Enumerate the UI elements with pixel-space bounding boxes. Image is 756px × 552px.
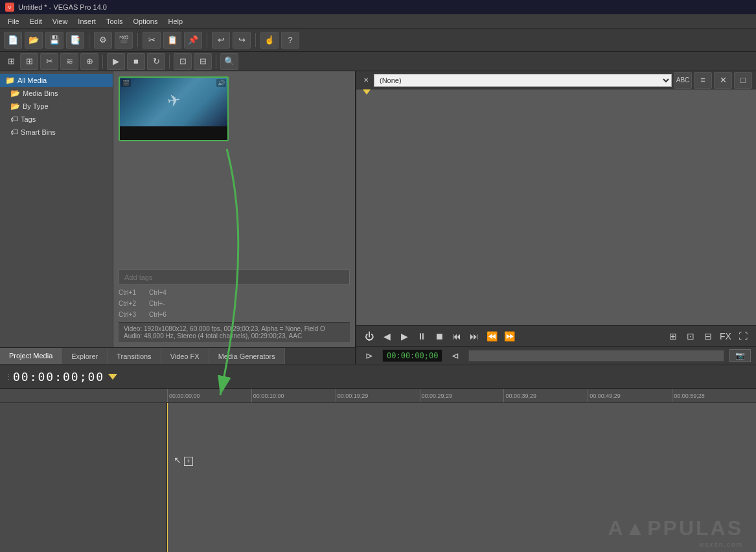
media-thumbnail[interactable]: 🎬 🔊 (119, 76, 229, 141)
region-button[interactable]: ⊟ (194, 53, 212, 70)
tab-media-generators[interactable]: Media Generators (209, 348, 285, 364)
render-button[interactable]: 🎬 (115, 32, 133, 49)
next-mark-button[interactable]: ⏭ (466, 329, 482, 343)
mark-in-button[interactable]: ⊳ (361, 349, 377, 363)
folder-icon-type: 📂 (10, 102, 20, 111)
tags-input[interactable] (119, 270, 350, 285)
loop-button[interactable]: ↻ (147, 53, 165, 70)
video-scope-button[interactable]: ⊞ (665, 329, 681, 343)
timeline-header: ⋮ 00:00:00;00 (0, 365, 756, 389)
timeline-tracks[interactable]: ↖ + A▲PPULAS wsxdn.com (167, 403, 756, 552)
fast-forward-button[interactable]: ⏩ (501, 329, 517, 343)
tree-item-all-media[interactable]: 📁 All Media (0, 74, 113, 87)
snap-button[interactable]: ⊞ (20, 53, 38, 70)
tag-icon: 🏷 (10, 115, 18, 124)
timecode-display: 00:00:00;00 (382, 349, 442, 362)
preview-abc-button[interactable]: ABC (674, 72, 692, 89)
prev-frame-button[interactable]: ◀ (379, 329, 395, 343)
preview-icon3[interactable]: □ (734, 72, 752, 89)
ripple-button[interactable]: ≋ (60, 53, 78, 70)
sec-sep-3 (216, 54, 216, 69)
tree-label-by-type: By Type (23, 102, 49, 110)
main-layout: 📁 All Media 📂 Media Bins 📂 By Type 🏷 Tag… (0, 71, 756, 364)
tab-project-media[interactable]: Project Media (0, 348, 62, 364)
properties-button[interactable]: ⚙ (94, 32, 112, 49)
window-title: Untitled * - VEGAS Pro 14.0 (18, 3, 107, 11)
fullscreen-button[interactable]: ⛶ (735, 329, 751, 343)
snapshot-button[interactable]: 📷 (729, 349, 751, 362)
time-counter: 00:00:00;00 (13, 370, 104, 384)
menu-insert[interactable]: Insert (73, 16, 101, 27)
menu-options[interactable]: Options (128, 16, 163, 27)
right-panel: ✕ (None) ABC ≡ ✕ □ ⏻ ◀ ▶ ⏸ ⏹ ⏮ ⏭ ⏪ ⏩ ⊞ ⊡ (356, 71, 756, 364)
new-button[interactable]: 📄 (4, 32, 22, 49)
menu-tools[interactable]: Tools (101, 16, 128, 27)
tab-bar: Project Media Explorer Transitions Video… (0, 347, 355, 364)
split-button[interactable]: ⊟ (700, 329, 716, 343)
paste-button[interactable]: 📌 (184, 32, 202, 49)
tab-transitions[interactable]: Transitions (108, 348, 161, 364)
open-button[interactable]: 📂 (25, 32, 43, 49)
folder-icon: 📁 (5, 76, 15, 85)
tree-label-all-media: All Media (17, 76, 47, 84)
help-button[interactable]: ? (281, 32, 299, 49)
shortcuts-row-2: Ctrl+2 Ctrl+- (119, 300, 350, 307)
tree-item-by-type[interactable]: 📂 By Type (0, 100, 113, 113)
timeline-marker (108, 374, 117, 380)
preview-icon1[interactable]: ≡ (694, 72, 712, 89)
media-content: 🎬 🔊 Ctrl+1 Ctrl+4 Ctrl+2 (113, 71, 355, 347)
shortcut-ctrl6: Ctrl+6 (149, 311, 166, 318)
ruler-marks: 00:00:00;00 00:00:10;00 00:00:19;29 00:0… (0, 389, 756, 403)
stop-ctrl-button[interactable]: ⏹ (431, 329, 447, 343)
panel-close-icon[interactable]: ✕ (360, 75, 372, 86)
cursor-arrow-icon: ↖ (174, 455, 181, 465)
save-as-button[interactable]: 📑 (66, 32, 84, 49)
save-button[interactable]: 💾 (45, 32, 63, 49)
stop-button[interactable]: ■ (127, 53, 145, 70)
play-ctrl-button[interactable]: ▶ (396, 329, 412, 343)
menu-edit[interactable]: Edit (25, 16, 47, 27)
cut-button[interactable]: ✂ (143, 32, 161, 49)
mini-timeline[interactable] (468, 350, 724, 362)
menu-file[interactable]: File (3, 16, 25, 27)
audio-scope-button[interactable]: ⊡ (683, 329, 698, 343)
main-toolbar: 📄 📂 💾 📑 ⚙ 🎬 ✂ 📋 📌 ↩ ↪ ☝ ? (0, 29, 756, 52)
touch-button[interactable]: ☝ (260, 32, 279, 49)
redo-button[interactable]: ↪ (233, 32, 251, 49)
search-button[interactable]: 🔍 (220, 53, 238, 70)
undo-button[interactable]: ↩ (212, 32, 230, 49)
fx-button[interactable]: FX (718, 329, 733, 343)
ruler-mark-3: 00:00:29;29 (420, 389, 504, 403)
toolbar-sep-1 (89, 33, 89, 47)
sync-cursor-button[interactable]: ⊕ (80, 53, 98, 70)
timeline-ruler[interactable]: 00:00:00;00 00:00:10;00 00:00:19;29 00:0… (0, 389, 756, 403)
media-area: 📁 All Media 📂 Media Bins 📂 By Type 🏷 Tag… (0, 71, 355, 347)
preview-icon2[interactable]: ✕ (714, 72, 732, 89)
prev-mark-button[interactable]: ⏮ (449, 329, 464, 343)
tree-item-smart-bins[interactable]: 🏷 Smart Bins (0, 126, 113, 139)
rewind-button[interactable]: ⏪ (484, 329, 499, 343)
timeline-content: ↖ + A▲PPULAS wsxdn.com (0, 403, 756, 552)
ruler-mark-1: 00:00:10;00 (251, 389, 336, 403)
preview-mode-button[interactable]: ⊡ (174, 53, 192, 70)
menu-view[interactable]: View (47, 16, 73, 27)
power-button[interactable]: ⏻ (361, 329, 377, 343)
menu-help[interactable]: Help (163, 16, 188, 27)
tab-explorer[interactable]: Explorer (62, 348, 108, 364)
pause-button[interactable]: ⏸ (414, 329, 430, 343)
trim-button[interactable]: ✂ (40, 53, 58, 70)
preview-dropdown[interactable]: (None) (374, 74, 672, 87)
timeline-resize-handle[interactable]: ⋮ (5, 373, 9, 380)
shortcut-ctrl3: Ctrl+3 (119, 311, 136, 318)
tree-item-media-bins[interactable]: 📂 Media Bins (0, 87, 113, 100)
tab-video-fx[interactable]: Video FX (161, 348, 209, 364)
mark-out-button[interactable]: ⊲ (448, 349, 463, 363)
tree-item-tags[interactable]: 🏷 Tags (0, 113, 113, 126)
ruler-mark-0: 00:00:00;00 (167, 389, 251, 403)
timeline-track-labels (0, 403, 167, 552)
video-info: Video: 1920x1080x12, 60.000 fps, 00:29;0… (124, 325, 345, 332)
sec-sep-2 (169, 54, 170, 69)
copy-button[interactable]: 📋 (163, 32, 181, 49)
toolbar-sep-3 (207, 33, 207, 47)
play-button[interactable]: ▶ (107, 53, 125, 70)
